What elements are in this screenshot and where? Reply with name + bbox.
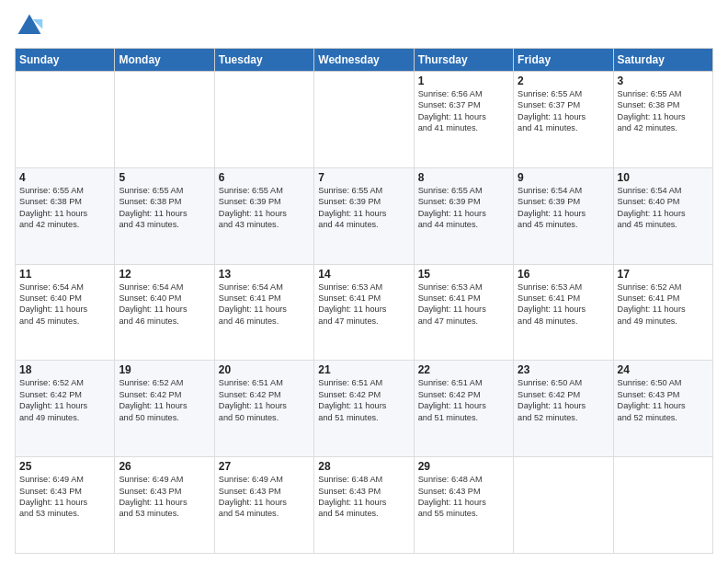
day-info: Sunrise: 6:53 AM Sunset: 6:41 PM Dayligh… xyxy=(318,282,409,327)
day-cell: 1Sunrise: 6:56 AM Sunset: 6:37 PM Daylig… xyxy=(414,72,513,168)
week-row-4: 18Sunrise: 6:52 AM Sunset: 6:42 PM Dayli… xyxy=(16,361,713,457)
day-number: 20 xyxy=(219,363,310,376)
day-number: 14 xyxy=(318,268,409,281)
day-cell: 24Sunrise: 6:50 AM Sunset: 6:43 PM Dayli… xyxy=(613,361,712,457)
day-cell: 9Sunrise: 6:54 AM Sunset: 6:39 PM Daylig… xyxy=(514,167,613,264)
day-number: 23 xyxy=(518,363,609,376)
calendar-table: SundayMondayTuesdayWednesdayThursdayFrid… xyxy=(15,48,713,554)
day-cell: 28Sunrise: 6:48 AM Sunset: 6:43 PM Dayli… xyxy=(314,457,414,554)
day-number: 4 xyxy=(19,171,110,184)
day-cell: 29Sunrise: 6:48 AM Sunset: 6:43 PM Dayli… xyxy=(414,457,513,554)
day-cell xyxy=(115,72,214,168)
day-cell: 7Sunrise: 6:55 AM Sunset: 6:39 PM Daylig… xyxy=(314,167,414,264)
day-cell: 13Sunrise: 6:54 AM Sunset: 6:41 PM Dayli… xyxy=(214,264,313,361)
day-info: Sunrise: 6:48 AM Sunset: 6:43 PM Dayligh… xyxy=(318,474,409,520)
day-info: Sunrise: 6:55 AM Sunset: 6:39 PM Dayligh… xyxy=(219,185,310,231)
col-header-friday: Friday xyxy=(514,49,613,72)
day-info: Sunrise: 6:55 AM Sunset: 6:39 PM Dayligh… xyxy=(418,185,509,231)
day-cell: 8Sunrise: 6:55 AM Sunset: 6:39 PM Daylig… xyxy=(414,167,513,264)
day-info: Sunrise: 6:55 AM Sunset: 6:38 PM Dayligh… xyxy=(618,88,709,134)
header-row: SundayMondayTuesdayWednesdayThursdayFrid… xyxy=(16,49,713,72)
day-number: 19 xyxy=(119,363,210,376)
day-cell: 11Sunrise: 6:54 AM Sunset: 6:40 PM Dayli… xyxy=(16,264,115,361)
day-cell xyxy=(314,72,414,168)
week-row-1: 1Sunrise: 6:56 AM Sunset: 6:37 PM Daylig… xyxy=(16,72,713,168)
day-info: Sunrise: 6:52 AM Sunset: 6:41 PM Dayligh… xyxy=(618,282,709,327)
day-info: Sunrise: 6:50 AM Sunset: 6:43 PM Dayligh… xyxy=(618,377,709,423)
day-cell: 27Sunrise: 6:49 AM Sunset: 6:43 PM Dayli… xyxy=(214,457,313,554)
day-info: Sunrise: 6:55 AM Sunset: 6:38 PM Dayligh… xyxy=(119,185,210,231)
week-row-2: 4Sunrise: 6:55 AM Sunset: 6:38 PM Daylig… xyxy=(16,167,713,264)
day-cell: 12Sunrise: 6:54 AM Sunset: 6:40 PM Dayli… xyxy=(115,264,214,361)
day-number: 10 xyxy=(618,171,709,184)
day-cell: 15Sunrise: 6:53 AM Sunset: 6:41 PM Dayli… xyxy=(414,264,513,361)
day-number: 13 xyxy=(219,268,310,281)
day-number: 6 xyxy=(219,171,310,184)
day-cell xyxy=(514,457,613,554)
day-number: 27 xyxy=(219,460,310,473)
day-info: Sunrise: 6:55 AM Sunset: 6:38 PM Dayligh… xyxy=(19,185,110,231)
day-number: 22 xyxy=(418,363,509,376)
day-cell: 20Sunrise: 6:51 AM Sunset: 6:42 PM Dayli… xyxy=(214,361,313,457)
day-info: Sunrise: 6:54 AM Sunset: 6:40 PM Dayligh… xyxy=(119,282,210,327)
day-info: Sunrise: 6:54 AM Sunset: 6:41 PM Dayligh… xyxy=(219,282,310,327)
day-info: Sunrise: 6:53 AM Sunset: 6:41 PM Dayligh… xyxy=(518,282,609,327)
day-cell: 5Sunrise: 6:55 AM Sunset: 6:38 PM Daylig… xyxy=(115,167,214,264)
day-number: 18 xyxy=(19,363,110,376)
day-cell: 3Sunrise: 6:55 AM Sunset: 6:38 PM Daylig… xyxy=(613,72,712,168)
day-number: 16 xyxy=(518,268,609,281)
day-number: 8 xyxy=(418,171,509,184)
day-info: Sunrise: 6:55 AM Sunset: 6:37 PM Dayligh… xyxy=(518,88,609,134)
day-cell: 18Sunrise: 6:52 AM Sunset: 6:42 PM Dayli… xyxy=(16,361,115,457)
day-info: Sunrise: 6:52 AM Sunset: 6:42 PM Dayligh… xyxy=(119,377,210,423)
col-header-tuesday: Tuesday xyxy=(214,49,313,72)
page: SundayMondayTuesdayWednesdayThursdayFrid… xyxy=(0,0,728,563)
day-info: Sunrise: 6:48 AM Sunset: 6:43 PM Dayligh… xyxy=(418,474,509,520)
day-info: Sunrise: 6:49 AM Sunset: 6:43 PM Dayligh… xyxy=(19,474,110,520)
col-header-saturday: Saturday xyxy=(613,49,712,72)
day-number: 7 xyxy=(318,171,409,184)
header xyxy=(15,11,713,40)
day-number: 15 xyxy=(418,268,509,281)
day-number: 9 xyxy=(518,171,609,184)
day-info: Sunrise: 6:51 AM Sunset: 6:42 PM Dayligh… xyxy=(219,377,310,423)
logo xyxy=(15,11,48,40)
day-number: 12 xyxy=(119,268,210,281)
day-info: Sunrise: 6:51 AM Sunset: 6:42 PM Dayligh… xyxy=(318,377,409,423)
logo-icon xyxy=(15,11,44,40)
day-number: 24 xyxy=(618,363,709,376)
day-cell: 25Sunrise: 6:49 AM Sunset: 6:43 PM Dayli… xyxy=(16,457,115,554)
day-number: 2 xyxy=(518,75,609,87)
day-cell: 26Sunrise: 6:49 AM Sunset: 6:43 PM Dayli… xyxy=(115,457,214,554)
day-number: 28 xyxy=(318,460,409,473)
day-info: Sunrise: 6:56 AM Sunset: 6:37 PM Dayligh… xyxy=(418,88,509,134)
day-number: 26 xyxy=(119,460,210,473)
col-header-monday: Monday xyxy=(115,49,214,72)
week-row-3: 11Sunrise: 6:54 AM Sunset: 6:40 PM Dayli… xyxy=(16,264,713,361)
day-cell: 10Sunrise: 6:54 AM Sunset: 6:40 PM Dayli… xyxy=(613,167,712,264)
day-info: Sunrise: 6:54 AM Sunset: 6:39 PM Dayligh… xyxy=(518,185,609,231)
day-info: Sunrise: 6:51 AM Sunset: 6:42 PM Dayligh… xyxy=(418,377,509,423)
day-number: 1 xyxy=(418,75,509,87)
day-number: 21 xyxy=(318,363,409,376)
day-cell: 21Sunrise: 6:51 AM Sunset: 6:42 PM Dayli… xyxy=(314,361,414,457)
day-cell: 19Sunrise: 6:52 AM Sunset: 6:42 PM Dayli… xyxy=(115,361,214,457)
day-cell: 4Sunrise: 6:55 AM Sunset: 6:38 PM Daylig… xyxy=(16,167,115,264)
day-info: Sunrise: 6:55 AM Sunset: 6:39 PM Dayligh… xyxy=(318,185,409,231)
svg-marker-0 xyxy=(18,15,41,34)
day-number: 25 xyxy=(19,460,110,473)
day-cell: 23Sunrise: 6:50 AM Sunset: 6:42 PM Dayli… xyxy=(514,361,613,457)
day-cell: 6Sunrise: 6:55 AM Sunset: 6:39 PM Daylig… xyxy=(214,167,313,264)
day-info: Sunrise: 6:49 AM Sunset: 6:43 PM Dayligh… xyxy=(119,474,210,520)
day-cell: 14Sunrise: 6:53 AM Sunset: 6:41 PM Dayli… xyxy=(314,264,414,361)
week-row-5: 25Sunrise: 6:49 AM Sunset: 6:43 PM Dayli… xyxy=(16,457,713,554)
day-info: Sunrise: 6:54 AM Sunset: 6:40 PM Dayligh… xyxy=(618,185,709,231)
day-number: 11 xyxy=(19,268,110,281)
day-number: 3 xyxy=(618,75,709,87)
day-cell: 16Sunrise: 6:53 AM Sunset: 6:41 PM Dayli… xyxy=(514,264,613,361)
day-cell xyxy=(214,72,313,168)
day-cell xyxy=(613,457,712,554)
day-info: Sunrise: 6:54 AM Sunset: 6:40 PM Dayligh… xyxy=(19,282,110,327)
day-cell: 17Sunrise: 6:52 AM Sunset: 6:41 PM Dayli… xyxy=(613,264,712,361)
day-number: 5 xyxy=(119,171,210,184)
